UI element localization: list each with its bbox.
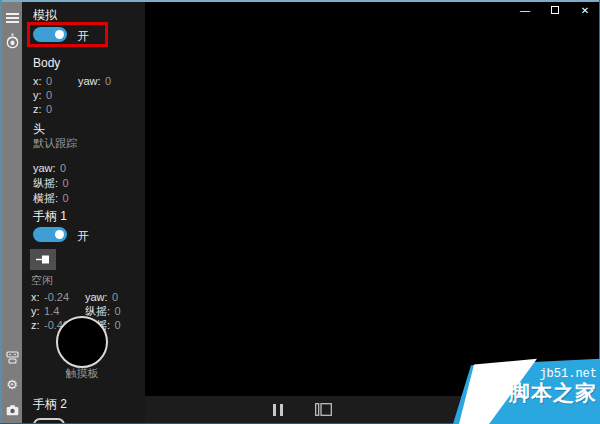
left-rail: ⚙	[2, 2, 22, 423]
controller2-heading: 手柄 2	[33, 396, 67, 413]
body-yaw-row: yaw: 0	[78, 71, 111, 89]
controller1-roll-value: 0	[115, 319, 121, 331]
sidebar-title: 模拟	[33, 7, 57, 24]
close-button[interactable]: ✕	[570, 0, 600, 20]
simulation-toggle-state: 开	[77, 28, 89, 45]
simulation-headset-button[interactable]	[2, 30, 22, 52]
head-roll-value: 0	[63, 192, 69, 204]
body-yaw-label: yaw:	[78, 75, 101, 87]
gear-icon: ⚙	[6, 378, 18, 391]
body-section-heading: Body	[33, 56, 60, 70]
maximize-icon	[551, 6, 559, 14]
controller1-status: 空闲	[31, 273, 53, 288]
dock-view-icon	[315, 403, 332, 416]
head-tracking-mode: 默认跟踪	[33, 136, 77, 151]
controller1-touchpad-label: 触摸板	[56, 366, 108, 381]
pin-icon	[36, 254, 51, 265]
close-icon: ✕	[581, 5, 589, 16]
body-z-value: 0	[46, 103, 52, 115]
controller1-toggle[interactable]	[33, 227, 67, 242]
head-roll-label: 横摇:	[33, 192, 58, 204]
head-roll-row: 横摇: 0	[33, 188, 69, 206]
input-devices-button[interactable]	[2, 346, 22, 368]
simulation-sidebar: 模拟 开 Body x: 0 yaw: 0 y: 0 z: 0 头 默认跟踪 y…	[22, 2, 145, 423]
headset-icon	[5, 33, 20, 50]
controller1-touchpad[interactable]	[56, 316, 108, 368]
dock-view-button[interactable]	[305, 396, 341, 423]
pause-icon	[273, 404, 283, 416]
camera-button[interactable]	[2, 399, 22, 421]
body-z-row: z: 0	[33, 99, 52, 117]
controller1-toggle-state: 开	[77, 228, 89, 245]
toggle-knob-icon	[55, 30, 64, 39]
minimize-button[interactable]: —	[510, 0, 540, 20]
window-border-top	[0, 0, 600, 2]
controller1-pin-button[interactable]	[30, 249, 56, 270]
camera-icon	[6, 405, 19, 416]
app-window: ⚙ 模拟 开 Body x: 0 yaw: 0 y:	[0, 0, 600, 424]
pause-button[interactable]	[260, 396, 296, 423]
body-z-label: z:	[33, 103, 42, 115]
devices-icon	[6, 351, 19, 364]
body-yaw-value: 0	[105, 75, 111, 87]
minimize-icon: —	[520, 5, 530, 16]
simulation-toggle[interactable]	[33, 27, 67, 42]
hamburger-menu-button[interactable]	[2, 7, 22, 29]
controller1-heading: 手柄 1	[33, 208, 67, 225]
toggle-knob-icon	[55, 230, 64, 239]
maximize-button[interactable]	[540, 0, 570, 20]
settings-button[interactable]: ⚙	[2, 373, 22, 395]
window-caption-controls: — ✕	[510, 0, 600, 20]
window-border-left	[0, 0, 2, 424]
simulation-viewport	[145, 2, 599, 396]
controller1-z-label: z:	[31, 319, 40, 331]
hamburger-icon	[6, 13, 19, 23]
playback-bar	[145, 396, 599, 423]
